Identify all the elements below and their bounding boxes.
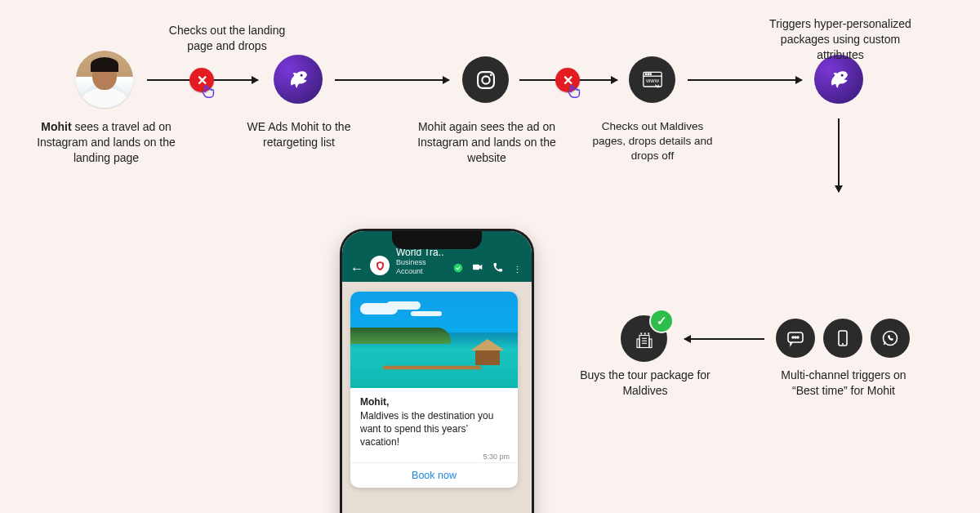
- svg-rect-20: [649, 339, 652, 348]
- business-avatar[interactable]: [370, 256, 390, 275]
- back-arrow-icon[interactable]: ←: [350, 262, 363, 275]
- step-3-instagram: [462, 56, 509, 103]
- drop-x-2: ✕: [555, 68, 580, 92]
- svg-point-3: [489, 74, 492, 76]
- svg-point-12: [792, 337, 794, 338]
- step-1-above-caption: Checks out the landing page and drops: [157, 23, 297, 54]
- arrow-4: [688, 79, 802, 81]
- mobile-icon: [823, 319, 862, 358]
- step-2-we-icon: [274, 55, 323, 104]
- more-menu-icon[interactable]: ⋮: [510, 265, 523, 275]
- arrow-2: [335, 79, 449, 81]
- svg-point-7: [648, 74, 649, 75]
- phone-notch: [392, 231, 482, 249]
- voice-call-icon[interactable]: [491, 261, 504, 275]
- arrow-6-left: [684, 338, 764, 340]
- mohit-avatar: [76, 51, 133, 108]
- svg-point-14: [797, 337, 799, 338]
- check-icon: ✓: [651, 310, 672, 332]
- message-name-line: Mohit,: [360, 396, 508, 408]
- svg-rect-19: [637, 339, 639, 348]
- maldives-hero-image: [350, 292, 518, 388]
- cursor-icon: [565, 83, 583, 100]
- step-1-avatar: [76, 51, 133, 108]
- svg-rect-18: [639, 335, 649, 347]
- step-2-caption: WE Ads Mohit to the retargeting list: [233, 119, 365, 150]
- whatsapp-chat-area: Mohit, Maldives is the destination you w…: [342, 282, 532, 513]
- step-1-caption: Mohit sees a travel ad on Instagram and …: [37, 119, 176, 166]
- step-7-caption: Buys the tour package for Maldives: [580, 368, 710, 399]
- message-body: Maldives is the destination you want to …: [360, 409, 508, 449]
- phone-mockup: ← World Tra.. Business Account ⋮ Mohit, …: [340, 229, 534, 513]
- cursor-icon: [199, 83, 217, 100]
- svg-text:WWW: WWW: [646, 78, 660, 83]
- webengage-bird-icon: [274, 55, 323, 104]
- chat-icon: [776, 319, 815, 358]
- hotel-stars-icon: ✓: [621, 315, 667, 362]
- verified-badge-icon: [452, 262, 465, 275]
- step-4-caption: Checks out Maldives pages, drops details…: [584, 119, 721, 164]
- svg-point-6: [645, 74, 647, 75]
- step-6-multichannel: [776, 319, 910, 358]
- svg-rect-25: [473, 265, 479, 270]
- message-timestamp: 5:30 pm: [350, 451, 518, 462]
- step-4-browser: WWW: [629, 56, 675, 103]
- book-now-button[interactable]: Book now: [350, 462, 518, 488]
- svg-point-2: [482, 76, 489, 83]
- video-call-icon[interactable]: [471, 261, 484, 275]
- browser-www-icon: WWW: [629, 56, 675, 103]
- whatsapp-contact-name[interactable]: World Tra.. Business Account: [396, 248, 445, 275]
- svg-point-8: [649, 74, 651, 75]
- step-5-above-caption: Triggers hyper-personalized packages usi…: [760, 16, 921, 63]
- instagram-icon: [462, 56, 509, 103]
- drop-x-1: ✕: [189, 68, 214, 92]
- whatsapp-icon: [871, 319, 910, 358]
- arrow-5-down: [838, 118, 840, 192]
- step-6-caption: Multi-channel triggers on “Best time” fo…: [768, 368, 920, 399]
- message-card[interactable]: Mohit, Maldives is the destination you w…: [350, 292, 518, 488]
- svg-point-10: [841, 74, 844, 77]
- svg-point-24: [454, 264, 463, 273]
- svg-point-13: [795, 337, 796, 338]
- svg-point-0: [301, 74, 303, 77]
- step-7-buy: ✓: [621, 315, 667, 362]
- step-3-caption: Mohit again sees the ad on Instagram and…: [415, 119, 559, 166]
